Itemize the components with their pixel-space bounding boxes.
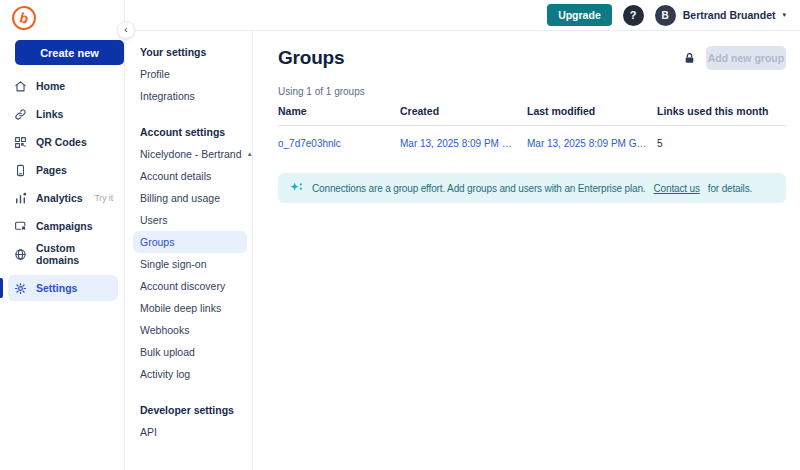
groups-table: Name Created Last modified Links used th… <box>278 105 786 149</box>
add-new-group-button[interactable]: Add new group <box>706 46 786 70</box>
sidebar-item-label: Campaigns <box>36 220 93 232</box>
lock-icon <box>683 52 696 65</box>
settings-nav-item-integrations[interactable]: Integrations <box>140 85 252 107</box>
table-row: o_7d7e03hnlc Mar 13, 2025 8:09 PM GMT+5:… <box>278 126 786 149</box>
enterprise-banner: Connections are a group effort. Add grou… <box>278 173 786 203</box>
page-title: Groups <box>278 47 344 69</box>
banner-text: Connections are a group effort. Add grou… <box>312 183 645 194</box>
settings-nav-item-profile[interactable]: Profile <box>140 63 252 85</box>
user-name: Bertrand Bruandet <box>683 9 776 21</box>
main-content: Groups Add new group Using 1 of 1 groups… <box>253 31 800 470</box>
sidebar-item-label: Pages <box>36 164 67 176</box>
settings-nav-item-account-details[interactable]: Account details <box>140 165 252 187</box>
settings-nav-item-sso[interactable]: Single sign-on <box>140 253 252 275</box>
sidebar-item-campaigns[interactable]: Campaigns <box>0 212 123 240</box>
mobile-page-icon <box>14 164 27 177</box>
sidebar-item-custom-domains[interactable]: Custom domains <box>0 240 123 268</box>
sidebar-item-label: Home <box>36 80 65 92</box>
sidebar-item-label: Custom domains <box>36 242 113 266</box>
settings-nav-item-account-discovery[interactable]: Account discovery <box>140 275 252 297</box>
banner-suffix: for details. <box>708 183 752 194</box>
group-links-used-value: 5 <box>657 138 786 149</box>
column-header-links-used: Links used this month <box>657 105 786 117</box>
settings-nav-item-activity-log[interactable]: Activity log <box>140 363 252 385</box>
settings-nav-item-groups[interactable]: Groups <box>133 231 247 253</box>
help-button[interactable]: ? <box>623 5 644 26</box>
sidebar-item-pages[interactable]: Pages <box>0 156 123 184</box>
link-icon <box>14 108 27 121</box>
sidebar-item-label: Analytics <box>36 192 83 204</box>
create-new-button[interactable]: Create new <box>15 40 124 65</box>
sparkle-icon <box>289 181 304 196</box>
sidebar-item-links[interactable]: Links <box>0 100 123 128</box>
bar-chart-icon <box>14 192 27 205</box>
primary-nav: Home Links QR Codes Pages Analytics Try … <box>0 72 123 301</box>
gear-icon <box>14 282 27 295</box>
sidebar-item-label: Settings <box>36 282 77 294</box>
globe-icon <box>14 248 27 261</box>
settings-nav: Your settings Profile Integrations Accou… <box>125 31 253 470</box>
column-header-last-modified: Last modified <box>527 105 657 117</box>
sidebar-item-label: QR Codes <box>36 136 87 148</box>
top-bar: Upgrade ? B Bertrand Bruandet ▾ <box>125 0 800 31</box>
sidebar-item-analytics[interactable]: Analytics Try it <box>0 184 123 212</box>
group-modified-value[interactable]: Mar 13, 2025 8:09 PM GMT+5:… <box>527 138 657 149</box>
sidebar-item-home[interactable]: Home <box>0 72 123 100</box>
settings-nav-item-billing[interactable]: Billing and usage <box>140 187 252 209</box>
column-header-name: Name <box>278 105 400 117</box>
section-header-developer-settings: Developer settings <box>140 399 252 421</box>
avatar: B <box>655 5 676 26</box>
user-menu[interactable]: B Bertrand Bruandet ▾ <box>655 5 786 26</box>
settings-nav-item-api[interactable]: API <box>140 421 252 443</box>
settings-nav-item-bulk-upload[interactable]: Bulk upload <box>140 341 252 363</box>
group-name-link[interactable]: o_7d7e03hnlc <box>278 138 400 149</box>
logo-letter: b <box>18 10 30 26</box>
contact-us-link[interactable]: Contact us <box>653 183 699 194</box>
bitly-logo-icon[interactable]: b <box>9 3 38 32</box>
app-sidebar: b Create new Home Links QR Codes Pages A… <box>0 0 125 470</box>
org-name: Nicelydone - Bertrand <box>140 143 242 165</box>
column-header-created: Created <box>400 105 527 117</box>
campaigns-icon <box>14 220 27 233</box>
section-header-account-settings: Account settings <box>140 121 252 143</box>
section-header-your-settings: Your settings <box>140 41 252 63</box>
group-created-value[interactable]: Mar 13, 2025 8:09 PM GMT+5:… <box>400 138 527 149</box>
org-selector[interactable]: Nicelydone - Bertrand ▲ <box>140 143 252 165</box>
settings-nav-item-webhooks[interactable]: Webhooks <box>140 319 252 341</box>
settings-nav-item-mobile-deep-links[interactable]: Mobile deep links <box>140 297 252 319</box>
collapse-sidebar-button[interactable]: ‹ <box>117 21 135 39</box>
chevron-down-icon: ▾ <box>782 11 786 19</box>
try-it-badge: Try it <box>94 193 113 203</box>
sidebar-item-settings[interactable]: Settings <box>8 275 118 301</box>
sidebar-item-label: Links <box>36 108 63 120</box>
settings-nav-item-users[interactable]: Users <box>140 209 252 231</box>
usage-text: Using 1 of 1 groups <box>278 86 786 97</box>
home-icon <box>14 80 27 93</box>
chevron-up-icon: ▲ <box>247 143 252 165</box>
upgrade-button[interactable]: Upgrade <box>547 4 612 26</box>
qr-code-icon <box>14 136 27 149</box>
table-header-row: Name Created Last modified Links used th… <box>278 105 786 126</box>
sidebar-item-qr-codes[interactable]: QR Codes <box>0 128 123 156</box>
